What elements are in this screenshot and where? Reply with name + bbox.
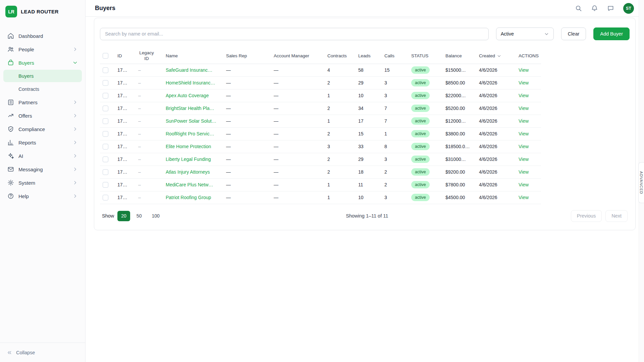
advanced-tab[interactable]: ADVANCED bbox=[638, 162, 644, 203]
row-checkbox[interactable] bbox=[103, 169, 108, 175]
view-link[interactable]: View bbox=[519, 169, 529, 175]
row-checkbox[interactable] bbox=[103, 144, 108, 149]
column-header-balance[interactable]: Balance bbox=[443, 48, 476, 64]
sidebar-item-help[interactable]: Help bbox=[3, 190, 82, 202]
cell-sales-rep: — bbox=[223, 115, 271, 127]
sidebar-item-ai[interactable]: AI bbox=[3, 149, 82, 162]
row-checkbox[interactable] bbox=[103, 131, 108, 137]
bell-icon[interactable] bbox=[591, 5, 598, 12]
chat-icon[interactable] bbox=[607, 5, 614, 12]
previous-button[interactable]: Previous bbox=[571, 210, 602, 222]
avatar[interactable]: ST bbox=[623, 3, 634, 14]
view-link[interactable]: View bbox=[519, 144, 529, 149]
sidebar-subitem-contracts[interactable]: Contracts bbox=[3, 83, 82, 95]
sidebar-item-partners[interactable]: Partners bbox=[3, 96, 82, 109]
add-buyer-button[interactable]: Add Buyer bbox=[593, 27, 630, 40]
system-icon bbox=[7, 179, 14, 186]
row-checkbox[interactable] bbox=[103, 157, 108, 162]
page-size-50[interactable]: 50 bbox=[133, 211, 146, 221]
column-header-id[interactable]: ID bbox=[115, 48, 136, 64]
chevron-down-icon bbox=[72, 60, 78, 65]
cell-legacy-id: – bbox=[136, 153, 163, 166]
view-link[interactable]: View bbox=[519, 157, 529, 162]
sidebar-item-system[interactable]: System bbox=[3, 176, 82, 189]
toolbar: Active Clear Add Buyer bbox=[100, 27, 630, 40]
search-input[interactable] bbox=[100, 28, 489, 40]
view-link[interactable]: View bbox=[519, 195, 529, 200]
column-header-legacy-id[interactable]: Legacy ID bbox=[136, 48, 163, 64]
view-link[interactable]: View bbox=[519, 80, 529, 85]
select-all-checkbox[interactable] bbox=[103, 53, 108, 59]
column-header-name[interactable]: Name bbox=[163, 48, 223, 64]
status-badge: active bbox=[411, 79, 430, 86]
row-checkbox[interactable] bbox=[103, 80, 108, 86]
page-size-100[interactable]: 100 bbox=[148, 211, 163, 221]
column-header-created[interactable]: Created bbox=[476, 48, 516, 64]
buyer-name-link[interactable]: RoofRight Pro Servic… bbox=[166, 131, 214, 136]
column-header-leads[interactable]: Leads bbox=[356, 48, 382, 64]
buyer-name-link[interactable]: MediCare Plus Netw… bbox=[166, 182, 213, 187]
buyer-name-link[interactable]: BrightStar Health Pla… bbox=[166, 106, 214, 111]
view-link[interactable]: View bbox=[519, 106, 529, 111]
view-link[interactable]: View bbox=[519, 93, 529, 98]
cell-balance: $4500.00 bbox=[443, 191, 476, 204]
table-row: 17…–HomeShield Insuranc…——2293active$850… bbox=[100, 76, 541, 89]
cell-leads: 10 bbox=[356, 191, 382, 204]
cell-sales-rep: — bbox=[223, 64, 271, 76]
chevron-right-icon bbox=[72, 100, 78, 105]
row-checkbox[interactable] bbox=[103, 118, 108, 124]
cell-leads: 29 bbox=[356, 153, 382, 166]
row-checkbox[interactable] bbox=[103, 106, 108, 111]
cell-calls: 7 bbox=[382, 102, 409, 115]
buyer-name-link[interactable]: Apex Auto Coverage bbox=[166, 93, 209, 98]
buyer-name-link[interactable]: HomeShield Insuranc… bbox=[166, 80, 215, 85]
collapse-button[interactable]: Collapse bbox=[0, 343, 85, 362]
row-checkbox[interactable] bbox=[103, 93, 108, 99]
buyer-name-link[interactable]: SunPower Solar Solut… bbox=[166, 118, 216, 124]
page-size-20[interactable]: 20 bbox=[117, 211, 130, 221]
sidebar-item-offers[interactable]: Offers bbox=[3, 109, 82, 122]
view-link[interactable]: View bbox=[519, 67, 529, 73]
messaging-icon bbox=[7, 166, 14, 173]
buyer-name-link[interactable]: Atlas Injury Attorneys bbox=[166, 169, 210, 175]
buyer-name-link[interactable]: Liberty Legal Funding bbox=[166, 157, 211, 162]
sidebar-item-messaging[interactable]: Messaging bbox=[3, 163, 82, 176]
collapse-label: Collapse bbox=[16, 350, 35, 355]
sidebar-item-people[interactable]: People bbox=[3, 43, 82, 56]
buyer-name-link[interactable]: Elite Home Protection bbox=[166, 144, 211, 149]
sidebar: LR LEAD ROUTER DashboardPeopleBuyersBuye… bbox=[0, 0, 86, 362]
sidebar-item-reports[interactable]: Reports bbox=[3, 136, 82, 149]
sidebar-item-dashboard[interactable]: Dashboard bbox=[3, 29, 82, 42]
clear-button[interactable]: Clear bbox=[561, 27, 586, 40]
status-filter-select[interactable]: Active bbox=[496, 27, 554, 40]
cell-contracts: 2 bbox=[325, 127, 356, 140]
sidebar-subitem-buyers[interactable]: Buyers bbox=[3, 70, 82, 82]
cell-id: 17… bbox=[115, 166, 136, 178]
buyer-name-link[interactable]: SafeGuard Insuranc… bbox=[166, 67, 212, 73]
buyers-card: Active Clear Add Buyer IDLegacy IDNameSa bbox=[94, 18, 636, 230]
row-checkbox[interactable] bbox=[103, 67, 108, 73]
sidebar-item-compliance[interactable]: Compliance bbox=[3, 123, 82, 135]
column-header-account-manager[interactable]: Account Manager bbox=[271, 48, 325, 64]
column-header-actions[interactable]: ACTIONS bbox=[516, 48, 541, 64]
column-header-sales-rep[interactable]: Sales Rep bbox=[223, 48, 271, 64]
view-link[interactable]: View bbox=[519, 131, 529, 136]
cell-account-manager: — bbox=[271, 178, 325, 191]
table-row: 17…–SafeGuard Insuranc…——45815active$150… bbox=[100, 64, 541, 76]
view-link[interactable]: View bbox=[519, 182, 529, 187]
view-link[interactable]: View bbox=[519, 118, 529, 124]
chevron-right-icon bbox=[72, 180, 78, 185]
column-header-status[interactable]: STATUS bbox=[409, 48, 443, 64]
sidebar-item-buyers[interactable]: Buyers bbox=[3, 56, 82, 69]
search-icon[interactable] bbox=[575, 5, 582, 12]
sidebar-subitem-label: Contracts bbox=[18, 86, 39, 92]
cell-balance: $7800.00 bbox=[443, 178, 476, 191]
column-header-contracts[interactable]: Contracts bbox=[325, 48, 356, 64]
next-button[interactable]: Next bbox=[605, 210, 628, 222]
buyer-name-link[interactable]: Patriot Roofing Group bbox=[166, 195, 211, 200]
cell-account-manager: — bbox=[271, 76, 325, 89]
column-header-calls[interactable]: Calls bbox=[382, 48, 409, 64]
chevron-right-icon bbox=[72, 140, 78, 145]
row-checkbox[interactable] bbox=[103, 195, 108, 200]
row-checkbox[interactable] bbox=[103, 182, 108, 188]
